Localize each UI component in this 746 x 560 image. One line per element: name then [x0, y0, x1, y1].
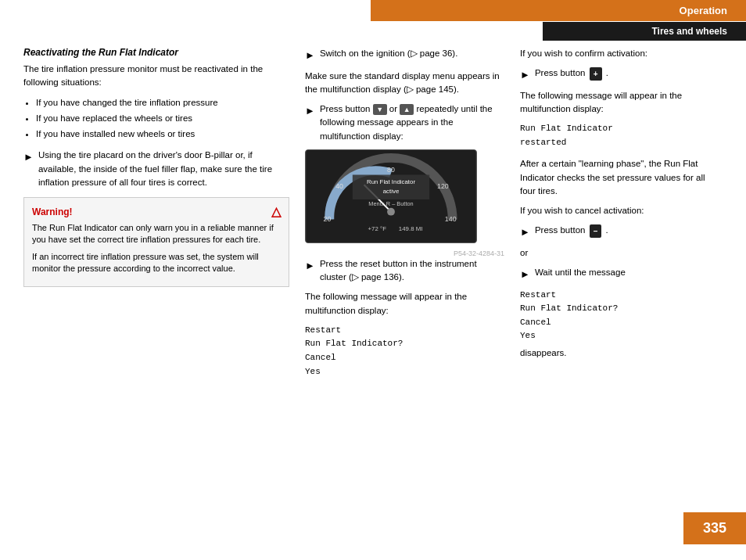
arrow-icon: ► [305, 103, 315, 119]
code-line: Run Flat Indicator? [520, 302, 723, 316]
list-item: If you have replaced the wheels or tires [36, 112, 289, 125]
step5-text: The following message will appear in the… [305, 290, 504, 318]
code-line: Run Flat Indicator [520, 122, 723, 136]
cancel-intro: If you wish to cancel activation: [520, 204, 723, 217]
warning-text-2: If an incorrect tire inflation pressure … [32, 251, 281, 275]
wait-step: ► Wait until the message [520, 266, 723, 282]
code-line: restarted [520, 136, 723, 150]
code-block-middle: Restart Run Flat Indicator? Cancel Yes [305, 324, 504, 379]
left-column: Reactivating the Run Flat Indicator The … [23, 47, 289, 513]
arrow-icon: ► [520, 67, 530, 83]
cancel-step-text: Press button [535, 225, 586, 235]
arrow-icon: ► [520, 224, 530, 240]
page-number: 335 [683, 512, 746, 544]
svg-text:Menu: R – Button: Menu: R – Button [368, 200, 413, 207]
confirm-step: ► Press button + . [520, 66, 723, 83]
warning-text-1: The Run Flat Indicator can only warn you… [32, 222, 281, 246]
gauge-ref: P54-32-4284-31 [305, 249, 504, 257]
list-item: If you have installed new wheels or tire… [36, 127, 289, 141]
operation-label: Operation [680, 5, 727, 16]
confirm-msg-intro: The following message will appear in the… [520, 89, 723, 117]
arrow-icon: ► [520, 267, 530, 282]
or-text: or [520, 246, 723, 260]
step4: ► Press the reset button in the instrume… [305, 257, 504, 285]
main-content: Reactivating the Run Flat Indicator The … [23, 47, 723, 513]
svg-text:140: 140 [445, 215, 457, 223]
confirm-step-text: Press button [535, 68, 586, 77]
section-title: Reactivating the Run Flat Indicator [23, 47, 289, 58]
gauge-display: 20 40 80 120 140 Run Flat Indicator acti… [305, 149, 477, 243]
arrow-icon: ► [305, 48, 315, 63]
confirm-intro: If you wish to confirm activation: [520, 47, 723, 60]
wait-suffix: disappears. [520, 346, 723, 360]
svg-point-7 [387, 208, 395, 216]
arrow-item-4: ► Using the tire placard on the driver's… [23, 149, 289, 189]
warning-title: Warning! △ [32, 204, 281, 219]
bullet-list: If you have changed the tire inflation p… [23, 96, 289, 142]
code-line: Restart [305, 324, 504, 338]
gauge-svg: 20 40 80 120 140 Run Flat Indicator acti… [306, 150, 476, 242]
step4-text: Press the reset button in the instrument… [320, 257, 504, 285]
step2-text: Make sure the standard display menu appe… [305, 70, 504, 97]
svg-text:120: 120 [437, 182, 449, 190]
warning-box: Warning! △ The Run Flat Indicator can on… [23, 197, 289, 287]
list-item: If you have changed the tire inflation p… [36, 96, 289, 109]
middle-column: ► Switch on the ignition (▷ page 36). Ma… [305, 47, 504, 513]
arrow-item-text: Using the tire placard on the driver's d… [38, 149, 289, 189]
cancel-step: ► Press button – . [520, 224, 723, 240]
code-line: Restart [520, 289, 723, 303]
svg-text:80: 80 [387, 165, 395, 173]
plus-button-icon: + [590, 67, 602, 81]
svg-text:active: active [383, 188, 400, 195]
code-line: Yes [305, 365, 504, 379]
header-tires: Tires and wheels [543, 22, 746, 41]
svg-text:149.8 MI: 149.8 MI [399, 225, 423, 232]
code-line: Cancel [520, 316, 723, 330]
wait-code-block: Restart Run Flat Indicator? Cancel Yes [520, 289, 723, 343]
code-line: Run Flat Indicator? [305, 337, 504, 351]
tires-label: Tires and wheels [652, 26, 728, 37]
code-line: Cancel [305, 351, 504, 365]
code-line: Yes [520, 329, 723, 343]
svg-text:40: 40 [335, 182, 343, 190]
up-button-icon: ▲ [400, 104, 414, 115]
confirm-code-block: Run Flat Indicator restarted [520, 122, 723, 149]
right-column: If you wish to confirm activation: ► Pre… [520, 47, 723, 513]
warning-icon: △ [271, 204, 281, 219]
minus-button-icon: – [590, 224, 602, 238]
svg-text:+72 °F: +72 °F [368, 225, 387, 232]
step3-text: Press button ▼ or ▲ repeatedly until the… [320, 102, 504, 143]
step1: ► Switch on the ignition (▷ page 36). [305, 47, 504, 63]
learning-text: After a certain "learning phase", the Ru… [520, 157, 723, 198]
wait-step-text: Wait until the message [535, 267, 626, 277]
arrow-icon: ► [305, 258, 315, 274]
arrow-icon: ► [23, 149, 34, 165]
step1-text: Switch on the ignition (▷ page 36). [320, 47, 458, 60]
step3: ► Press button ▼ or ▲ repeatedly until t… [305, 102, 504, 143]
intro-text: The tire inflation pressure monitor must… [23, 63, 289, 90]
svg-text:20: 20 [323, 215, 331, 223]
down-button-icon: ▼ [373, 104, 387, 115]
header-operation: Operation [371, 0, 746, 21]
svg-text:Run Flat Indicator: Run Flat Indicator [367, 178, 415, 185]
